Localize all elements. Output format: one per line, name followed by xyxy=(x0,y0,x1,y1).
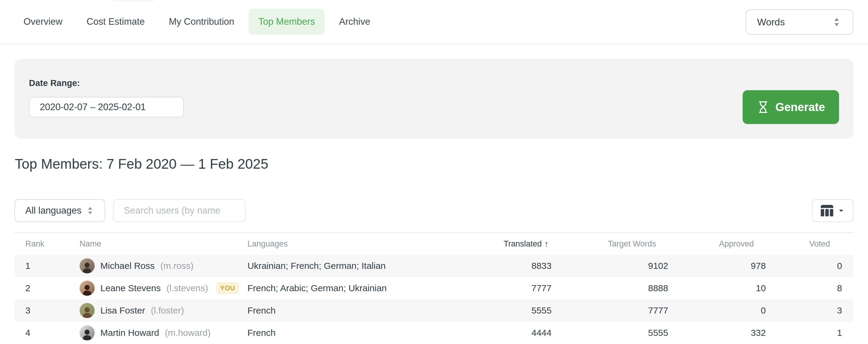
target-words-value: 7777 xyxy=(552,305,668,316)
generate-button-label: Generate xyxy=(775,101,825,114)
table-header-row: Rank Name Languages Translated ↑ Target … xyxy=(14,233,854,255)
report-tabs: Overview Cost Estimate My Contribution T… xyxy=(0,0,868,44)
table-row[interactable]: 3 Lisa Foster (l.foster) French 5555 777… xyxy=(14,299,854,322)
caret-down-icon xyxy=(838,207,845,214)
hourglass-icon xyxy=(757,100,770,114)
member-languages: French xyxy=(247,305,425,316)
tab-archive[interactable]: Archive xyxy=(330,9,380,35)
search-users-input[interactable] xyxy=(113,199,246,222)
member-name[interactable]: Lisa Foster xyxy=(100,305,145,316)
avatar xyxy=(80,258,95,274)
member-languages: Ukrainian; French; German; Italian xyxy=(247,261,425,271)
report-generator-panel: Date Range: Generate xyxy=(14,59,854,139)
member-name[interactable]: Martin Howard xyxy=(100,328,159,338)
metric-unit-select[interactable]: Words xyxy=(746,9,853,35)
tab-overview[interactable]: Overview xyxy=(14,9,72,35)
table-row[interactable]: 2 Leane Stevens (l.stevens) YOU French; … xyxy=(14,277,854,299)
target-words-value: 9102 xyxy=(552,261,668,271)
member-languages: French; Arabic; German; Ukrainian xyxy=(247,283,425,293)
up-down-arrows-icon xyxy=(86,206,94,215)
member-name[interactable]: Michael Ross xyxy=(100,261,155,271)
sort-ascending-icon: ↑ xyxy=(544,239,549,249)
approved-value: 978 xyxy=(668,261,766,271)
up-down-arrows-icon xyxy=(832,17,841,27)
member-languages: French xyxy=(247,328,425,338)
voted-value: 0 xyxy=(766,261,842,271)
avatar xyxy=(80,281,95,296)
member-name[interactable]: Leane Stevens xyxy=(100,283,161,293)
columns-settings-button[interactable] xyxy=(812,199,854,222)
translated-value: 8833 xyxy=(425,261,552,271)
voted-value: 8 xyxy=(766,283,842,293)
target-words-value: 5555 xyxy=(552,328,668,338)
approved-value: 332 xyxy=(668,328,766,338)
tab-top-members[interactable]: Top Members xyxy=(249,9,324,35)
column-header-approved[interactable]: Approved xyxy=(668,239,766,249)
date-range-input[interactable] xyxy=(29,97,184,117)
translated-value: 4444 xyxy=(425,328,552,338)
rank-value: 4 xyxy=(14,328,80,338)
column-header-voted[interactable]: Voted xyxy=(766,239,842,249)
translated-value: 5555 xyxy=(425,305,552,316)
member-username: (m.howard) xyxy=(165,328,211,338)
tab-my-contribution[interactable]: My Contribution xyxy=(159,9,244,35)
approved-value: 0 xyxy=(668,305,766,316)
you-badge: YOU xyxy=(216,282,239,294)
avatar xyxy=(80,303,95,318)
table-columns-icon xyxy=(821,205,833,217)
column-header-rank[interactable]: Rank xyxy=(14,239,80,249)
target-words-value: 8888 xyxy=(552,283,668,293)
table-row[interactable]: 4 Martin Howard (m.howard) French 4444 5… xyxy=(14,322,854,344)
table-row[interactable]: 1 Michael Ross (m.ross) Ukrainian; Frenc… xyxy=(14,255,854,277)
column-header-languages[interactable]: Languages xyxy=(247,239,425,249)
voted-value: 3 xyxy=(766,305,842,316)
column-header-name[interactable]: Name xyxy=(80,239,247,249)
page-title: Top Members: 7 Feb 2020 — 1 Feb 2025 xyxy=(15,156,268,172)
approved-value: 10 xyxy=(668,283,766,293)
translated-value: 7777 xyxy=(425,283,552,293)
rank-value: 2 xyxy=(14,283,80,293)
column-header-target-words[interactable]: Target Words xyxy=(552,239,668,249)
column-header-translated[interactable]: Translated ↑ xyxy=(425,239,552,249)
rank-value: 3 xyxy=(14,305,80,316)
member-username: (m.ross) xyxy=(160,261,193,271)
language-filter-select[interactable]: All languages xyxy=(14,199,105,222)
language-filter-value: All languages xyxy=(25,205,82,216)
rank-value: 1 xyxy=(14,261,80,271)
avatar xyxy=(80,325,95,340)
generate-button[interactable]: Generate xyxy=(743,90,839,124)
top-members-table: Rank Name Languages Translated ↑ Target … xyxy=(14,232,854,344)
metric-unit-value: Words xyxy=(757,17,785,28)
tab-cost-estimate[interactable]: Cost Estimate xyxy=(77,9,154,35)
voted-value: 1 xyxy=(766,328,842,338)
member-username: (l.foster) xyxy=(151,305,184,316)
member-username: (l.stevens) xyxy=(166,283,208,293)
date-range-label: Date Range: xyxy=(29,78,80,88)
table-filters: All languages xyxy=(14,199,854,222)
